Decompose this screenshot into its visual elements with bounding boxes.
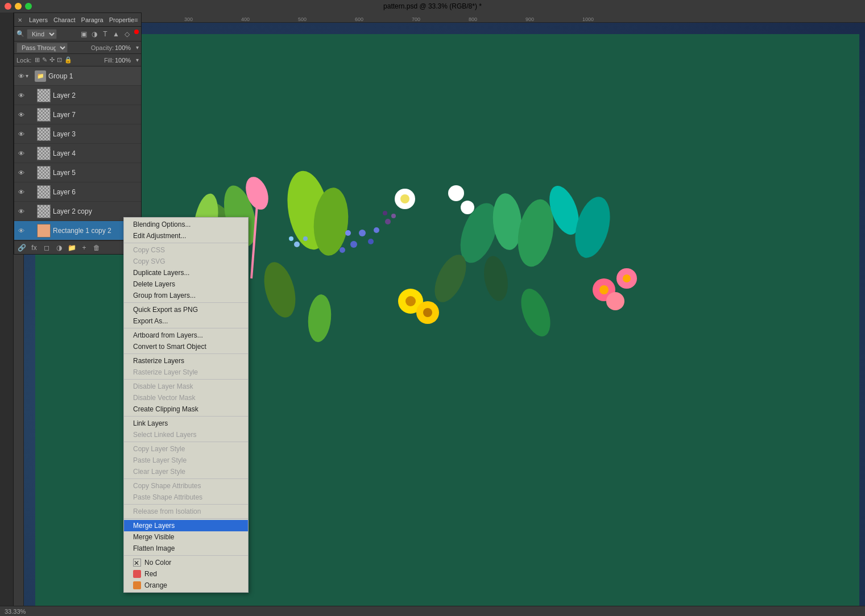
lock-artboard-icon[interactable]: ⊡ <box>57 56 62 64</box>
ctx-red-label: Red <box>144 570 157 578</box>
properties-tab[interactable]: Propertie <box>109 16 135 23</box>
ctx-copy-svg[interactable]: Copy SVG <box>124 256 248 267</box>
eye-icon[interactable]: 👁 <box>16 168 26 177</box>
layer-item[interactable]: 👁 Layer 7 <box>14 105 141 124</box>
layer-item[interactable]: 👁 Layer 4 <box>14 144 141 163</box>
add-style-icon[interactable]: fx <box>29 243 39 253</box>
maximize-button[interactable] <box>25 3 32 10</box>
orange-color-swatch <box>133 581 141 589</box>
opacity-value[interactable]: 100% <box>115 44 135 51</box>
svg-point-12 <box>374 227 379 233</box>
svg-point-26 <box>606 292 624 310</box>
ctx-copy-layer-style[interactable]: Copy Layer Style <box>124 443 248 455</box>
layer-item[interactable]: 👁 Layer 2 copy <box>14 202 141 221</box>
layer-item[interactable]: 👁 Layer 2 <box>14 86 141 105</box>
minimize-button[interactable] <box>15 3 22 10</box>
layer-item[interactable]: 👁 Layer 6 <box>14 182 141 202</box>
ctx-color-no-color[interactable]: ✕ No Color <box>124 557 248 568</box>
delete-layer-icon[interactable]: 🗑 <box>92 243 102 253</box>
ctx-copy-shape-attrs[interactable]: Copy Shape Attributes <box>124 480 248 492</box>
ctx-link-layers[interactable]: Link Layers <box>124 418 248 429</box>
ctx-color-red[interactable]: Red <box>124 568 248 580</box>
eye-icon[interactable]: 👁 <box>16 110 26 119</box>
ctx-edit-adjustment[interactable]: Edit Adjustment... <box>124 230 248 242</box>
ctx-paste-layer-style[interactable]: Paste Layer Style <box>124 455 248 466</box>
charact-tab[interactable]: Charact <box>53 16 76 23</box>
layer-thumbnail <box>37 108 51 122</box>
ctx-delete-layers[interactable]: Delete Layers <box>124 278 248 290</box>
panel-bottom-bar: 🔗 fx ◻ ◑ 📁 + 🗑 <box>14 240 141 254</box>
panel-close-button[interactable]: ✕ <box>18 17 23 23</box>
ctx-group-from-layers[interactable]: Group from Layers... <box>124 290 248 301</box>
eye-icon[interactable]: 👁 <box>16 130 26 139</box>
ctx-copy-css[interactable]: Copy CSS <box>124 244 248 256</box>
ctx-release-isolation[interactable]: Release from Isolation <box>124 506 248 517</box>
close-button[interactable] <box>5 3 11 10</box>
ctx-rasterize-layers[interactable]: Rasterize Layers <box>124 355 248 367</box>
ctx-quick-export[interactable]: Quick Export as PNG <box>124 304 248 315</box>
ctx-export-as[interactable]: Export As... <box>124 315 248 327</box>
eye-icon[interactable]: 👁 <box>16 91 26 100</box>
svg-point-28 <box>405 296 416 306</box>
eye-icon[interactable]: 👁 <box>16 72 26 81</box>
svg-point-40 <box>303 236 308 241</box>
eye-icon[interactable]: 👁 <box>16 207 26 216</box>
eye-icon[interactable]: 👁 <box>16 188 26 197</box>
eye-icon[interactable]: 👁 <box>16 149 26 158</box>
lock-pixels-icon[interactable]: ✎ <box>42 56 47 64</box>
adjust-filter-icon[interactable]: ◑ <box>90 30 99 39</box>
blend-mode-select[interactable]: Pass Through <box>16 43 68 53</box>
lock-position-icon[interactable]: ✣ <box>49 56 55 64</box>
fill-value[interactable]: 100% <box>115 57 135 64</box>
layer-item[interactable]: 👁 Layer 5 <box>14 163 141 182</box>
layers-tab[interactable]: Layers <box>29 16 48 23</box>
ctx-merge-visible[interactable]: Merge Visible <box>124 531 248 543</box>
layer-name: Group 1 <box>48 72 139 80</box>
layer-item[interactable]: 👁 Rectangle 1 copy 2 <box>14 221 141 240</box>
ctx-rasterize-layer-style[interactable]: Rasterize Layer Style <box>124 367 248 378</box>
layer-item[interactable]: 👁 ▾ 📁 Group 1 <box>14 66 141 86</box>
ctx-convert-smart-object[interactable]: Convert to Smart Object <box>124 341 248 352</box>
layer-name: Layer 7 <box>53 111 139 119</box>
text-filter-icon[interactable]: T <box>101 30 110 39</box>
ctx-artboard-from-layers[interactable]: Artboard from Layers... <box>124 330 248 341</box>
ctx-separator <box>124 328 248 328</box>
ctx-disable-layer-mask[interactable]: Disable Layer Mask <box>124 381 248 392</box>
opacity-chevron[interactable]: ▾ <box>136 44 139 51</box>
add-mask-icon[interactable]: ◻ <box>42 243 52 253</box>
ctx-merge-layers[interactable]: Merge Layers <box>124 520 248 531</box>
ctx-create-clipping-mask[interactable]: Create Clipping Mask <box>124 403 248 415</box>
smart-filter-icon[interactable]: ◇ <box>122 30 131 39</box>
eye-icon[interactable]: 👁 <box>16 226 26 235</box>
shape-filter-icon[interactable]: ▲ <box>111 30 121 39</box>
layer-name: Layer 5 <box>53 169 139 177</box>
link-layers-icon[interactable]: 🔗 <box>16 243 27 253</box>
svg-point-15 <box>448 185 464 201</box>
add-adjustment-icon[interactable]: ◑ <box>54 243 64 253</box>
fill-chevron[interactable]: ▾ <box>136 57 139 63</box>
create-group-icon[interactable]: 📁 <box>67 243 77 253</box>
lock-transparent-icon[interactable]: ⊞ <box>35 56 40 64</box>
ctx-clear-layer-style[interactable]: Clear Layer Style <box>124 466 248 477</box>
panel-menu-icon[interactable]: ≡ <box>134 16 138 23</box>
lock-all-icon[interactable]: 🔒 <box>64 56 72 64</box>
lock-label: Lock: <box>16 57 31 64</box>
create-layer-icon[interactable]: + <box>79 243 89 253</box>
ctx-select-linked-layers[interactable]: Select Linked Layers <box>124 429 248 440</box>
svg-point-23 <box>599 285 609 294</box>
svg-point-38 <box>515 285 556 340</box>
ctx-blending-options[interactable]: Blending Options... <box>124 219 248 230</box>
blend-mode-bar: Pass Through Opacity: 100% ▾ <box>14 41 141 54</box>
ctx-disable-vector-mask[interactable]: Disable Vector Mask <box>124 392 248 403</box>
ctx-duplicate-layers[interactable]: Duplicate Layers... <box>124 267 248 278</box>
layer-name: Layer 3 <box>53 130 139 138</box>
no-color-swatch: ✕ <box>133 559 141 567</box>
ctx-paste-shape-attrs[interactable]: Paste Shape Attributes <box>124 492 248 503</box>
paragrap-tab[interactable]: Paragra <box>81 16 104 23</box>
group-expand-arrow[interactable]: ▾ <box>26 73 32 79</box>
filter-kind-select[interactable]: Kind <box>27 29 57 39</box>
layer-item[interactable]: 👁 Layer 3 <box>14 124 141 144</box>
pixel-filter-icon[interactable]: ▣ <box>79 30 88 39</box>
ctx-flatten-image[interactable]: Flatten Image <box>124 543 248 554</box>
ctx-color-orange[interactable]: Orange <box>124 580 248 591</box>
